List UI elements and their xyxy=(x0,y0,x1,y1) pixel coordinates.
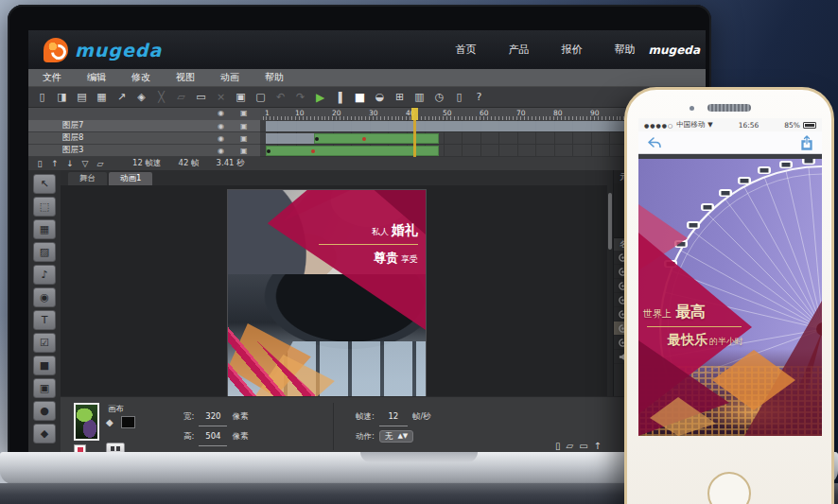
layer-action-icon[interactable]: ↓ xyxy=(62,159,78,168)
layer-lock-icon[interactable]: ▣ xyxy=(240,122,248,130)
tool-button[interactable]: ▨ xyxy=(33,242,56,262)
toolbar-icon[interactable]: ◨ xyxy=(54,90,70,105)
toolbar-icon[interactable]: ⊞ xyxy=(392,90,408,105)
toolbar-icon[interactable]: ■ xyxy=(352,90,368,105)
paint-bucket-icon[interactable]: ◆ xyxy=(106,417,113,427)
height-input[interactable]: 504 xyxy=(199,426,227,446)
fps-input[interactable]: 12 xyxy=(379,407,408,426)
layer-action-icon[interactable]: ↑ xyxy=(47,159,62,168)
canvas-thumbnail[interactable] xyxy=(74,403,99,441)
toolbar-icon[interactable]: ▱ xyxy=(173,90,189,105)
layer-visibility-icon[interactable]: ◉ xyxy=(218,122,224,130)
playhead[interactable] xyxy=(413,108,416,157)
tool-button[interactable]: ◉ xyxy=(33,287,56,307)
background-color-swatch[interactable] xyxy=(121,416,135,428)
toolbar-icon[interactable]: ▤ xyxy=(74,90,90,105)
layer-lock-icon[interactable]: ▣ xyxy=(240,147,248,155)
duration-status: 3.41 秒 xyxy=(217,158,245,169)
toolbar-icon[interactable]: ◈ xyxy=(133,90,149,105)
toolbar-icon[interactable]: ▥ xyxy=(411,90,428,105)
document-action-icon[interactable]: ▱ xyxy=(566,441,573,451)
tool-button[interactable]: ▣ xyxy=(33,378,56,398)
toolbar-icon[interactable]: ◷ xyxy=(431,90,447,105)
keyframe-dot[interactable] xyxy=(267,149,271,153)
layer-list: 图层7 ◉ ▣ 图层8 ◉ ▣ 图层3 ◉ ▣ xyxy=(28,120,260,157)
keyframe-dot[interactable] xyxy=(311,149,315,153)
top-nav-link[interactable]: 帮助 xyxy=(615,43,636,57)
document-action-icon[interactable]: ▯ xyxy=(555,441,561,451)
keyframe-dot[interactable] xyxy=(315,137,319,141)
tool-button[interactable]: ● xyxy=(33,401,56,421)
toolbar-icon[interactable]: ◒ xyxy=(372,90,388,105)
tool-button[interactable]: ◆ xyxy=(33,424,56,443)
layer-row[interactable]: 图层7 ◉ ▣ xyxy=(28,120,260,132)
tool-button[interactable]: ▦ xyxy=(33,219,56,239)
tool-button[interactable]: T xyxy=(33,310,56,330)
toolbar-icon[interactable]: ↶ xyxy=(272,90,288,105)
toolbar-icon[interactable]: ↷ xyxy=(292,90,308,105)
top-nav-link[interactable]: 首页 xyxy=(456,43,477,57)
toolbar: ▯◨▤▦↗◈╳▱▭×▣▢↶↷▶‖■◒⊞▥◷▯? xyxy=(28,87,706,108)
frame-span[interactable] xyxy=(266,121,631,131)
frame-span[interactable] xyxy=(314,133,440,144)
toolbar-icon[interactable]: ▢ xyxy=(253,90,269,105)
layer-row[interactable]: 图层8 ◉ ▣ xyxy=(28,132,260,145)
mugeda-logo[interactable]: mugeda xyxy=(28,38,162,62)
stage-scrollbar-thumb[interactable] xyxy=(608,193,612,250)
toolbar-icon[interactable]: ▯ xyxy=(34,90,50,105)
width-input[interactable]: 320 xyxy=(199,407,227,426)
toolbar-icon[interactable]: ╳ xyxy=(153,90,169,105)
layer-action-icon[interactable]: ▯ xyxy=(32,159,47,168)
stage-tab[interactable]: 动画1 xyxy=(109,172,152,185)
menu-item[interactable]: 帮助 xyxy=(265,71,284,84)
home-button[interactable] xyxy=(707,472,751,504)
ad-headline-prefix: 世界上 xyxy=(643,308,672,319)
lock-column-icon[interactable]: ▣ xyxy=(240,109,248,117)
toolbar-icon[interactable]: ▣ xyxy=(233,90,249,105)
menu-item[interactable]: 动画 xyxy=(220,71,239,84)
visibility-column-icon[interactable]: ◉ xyxy=(218,109,224,117)
menu-item[interactable]: 视图 xyxy=(176,71,195,84)
toolbar-icon[interactable]: ▶ xyxy=(312,90,328,105)
document-action-icon[interactable]: ▭ xyxy=(579,441,587,451)
ad-headline: 最高 xyxy=(675,303,706,321)
tool-button[interactable]: ⬚ xyxy=(33,197,56,217)
stage-tab[interactable]: 舞台 xyxy=(68,172,107,185)
toolbar-icon[interactable]: ↗ xyxy=(113,90,130,105)
battery-icon xyxy=(803,122,816,129)
layer-visibility-icon[interactable]: ◉ xyxy=(218,147,224,155)
back-icon[interactable] xyxy=(647,136,662,149)
canvas-poster[interactable]: 私人婚礼 尊贵享受 xyxy=(228,190,426,396)
layer-lock-icon[interactable]: ▣ xyxy=(240,134,248,143)
layer-action-icon[interactable]: ▽ xyxy=(78,159,93,168)
action-select[interactable]: 无▲▼ xyxy=(379,430,413,443)
phone-camera xyxy=(690,106,694,111)
layer-row[interactable]: 图层3 ◉ ▣ xyxy=(28,145,260,157)
toolbar-icon[interactable]: ‖ xyxy=(332,90,348,105)
document-action-icon[interactable]: ↑ xyxy=(594,441,602,451)
account-link[interactable]: mugeda xyxy=(649,43,706,57)
phone-screen: ●●●●○ 中国移动 ▼ 16:56 85% xyxy=(638,118,822,436)
toolbar-icon[interactable]: ? xyxy=(471,90,487,105)
frame-span[interactable] xyxy=(266,133,314,144)
tool-button[interactable]: ♪ xyxy=(33,265,56,285)
toolbar-icon[interactable]: ▦ xyxy=(94,90,110,105)
menu-item[interactable]: 编辑 xyxy=(87,71,106,84)
layer-action-icon[interactable]: ▱ xyxy=(93,159,108,168)
top-nav-link[interactable]: 产品 xyxy=(509,43,530,57)
tool-button[interactable]: ↖ xyxy=(33,174,56,194)
share-icon[interactable] xyxy=(800,135,813,150)
tool-button[interactable]: ☑ xyxy=(33,333,56,353)
layer-visibility-icon[interactable]: ◉ xyxy=(218,134,224,143)
laptop-notch xyxy=(360,452,478,462)
top-nav-link[interactable]: 报价 xyxy=(562,43,583,57)
menu-item[interactable]: 修改 xyxy=(131,71,150,84)
menu-item[interactable]: 文件 xyxy=(43,71,61,84)
stage-tabs: 舞台动画1 xyxy=(61,170,613,185)
toolbar-icon[interactable]: × xyxy=(213,90,229,105)
ad-preview-image[interactable]: 世界上最高 最快乐的半小时 xyxy=(638,159,822,436)
tool-button[interactable]: ■ xyxy=(33,356,56,375)
toolbar-icon[interactable]: ▯ xyxy=(451,90,467,105)
poster-subtitle: 尊贵 xyxy=(374,251,398,265)
toolbar-icon[interactable]: ▭ xyxy=(193,90,209,105)
